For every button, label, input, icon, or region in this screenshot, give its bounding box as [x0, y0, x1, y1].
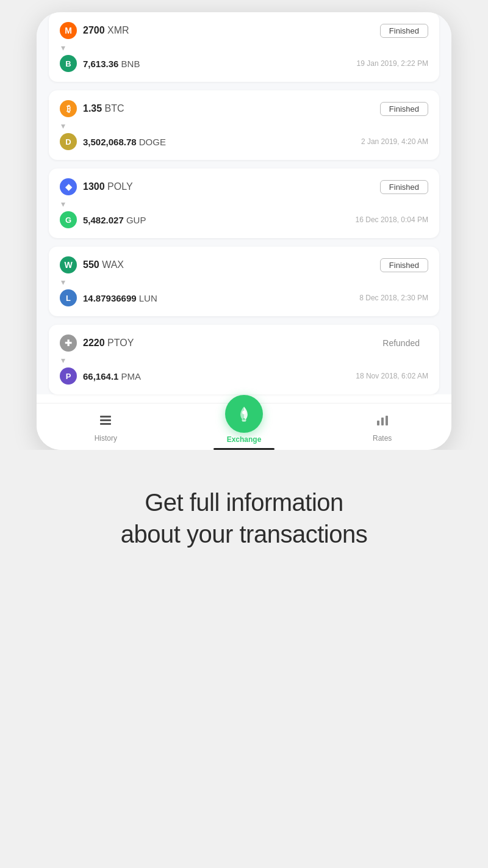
- to-coin-icon: B: [60, 55, 77, 72]
- tx-bottom-row: P 66,164.1 PMA 18 Nov 2018, 6:02 AM: [60, 367, 428, 385]
- from-coin-icon: ◆: [60, 178, 77, 195]
- tx-from: W 550 WAX: [60, 256, 124, 273]
- nav-rates[interactable]: Rates: [313, 413, 451, 443]
- tx-to: G 5,482.027 GUP: [60, 211, 146, 228]
- status-badge: Finished: [380, 180, 428, 194]
- tx-top-row: ₿ 1.35 BTC Finished: [60, 100, 428, 117]
- tx-from: ◆ 1300 POLY: [60, 178, 133, 195]
- svg-rect-6: [386, 416, 388, 425]
- tx-bottom-row: L 14.87936699 LUN 8 Dec 2018, 2:30 PM: [60, 289, 428, 306]
- tx-date: 18 Nov 2018, 6:02 AM: [356, 372, 428, 380]
- svg-rect-5: [381, 418, 384, 425]
- tx-date: 8 Dec 2018, 2:30 PM: [359, 294, 428, 302]
- tx-to: L 14.87936699 LUN: [60, 289, 157, 306]
- tx-date: 16 Dec 2018, 0:04 PM: [356, 215, 428, 224]
- svg-rect-2: [100, 423, 111, 425]
- status-badge: Finished: [380, 24, 428, 38]
- nav-exchange[interactable]: Exchange: [175, 412, 314, 444]
- nav-history[interactable]: History: [37, 413, 175, 443]
- tx-top-row: ✚ 2220 PTOY Refunded: [60, 335, 428, 352]
- from-amount: 550 WAX: [83, 259, 124, 270]
- tx-top-row: M 2700 XMR Finished: [60, 22, 428, 39]
- status-badge: Finished: [380, 102, 428, 116]
- rates-label: Rates: [373, 434, 392, 443]
- exchange-label: Exchange: [227, 435, 262, 444]
- svg-rect-1: [100, 419, 111, 421]
- promo-line1: Get full information: [145, 489, 343, 516]
- chevron-down-icon: ▾: [61, 121, 65, 131]
- tx-date: 19 Jan 2019, 2:22 PM: [357, 59, 428, 68]
- to-amount: 5,482.027 GUP: [83, 215, 146, 225]
- svg-rect-4: [377, 421, 379, 425]
- tx-top-row: W 550 WAX Finished: [60, 256, 428, 273]
- from-amount: 1300 POLY: [83, 181, 133, 192]
- promo-section: Get full information about your transact…: [0, 450, 488, 599]
- tx-to: B 7,613.36 BNB: [60, 55, 140, 72]
- tx-bottom-row: B 7,613.36 BNB 19 Jan 2019, 2:22 PM: [60, 55, 428, 72]
- chevron-down-icon: ▾: [61, 43, 65, 52]
- tx-bottom-row: G 5,482.027 GUP 16 Dec 2018, 0:04 PM: [60, 211, 428, 228]
- chevron-row: ▾: [60, 198, 428, 211]
- tx-to: P 66,164.1 PMA: [60, 367, 141, 385]
- to-amount: 66,164.1 PMA: [83, 371, 141, 382]
- chevron-row: ▾: [60, 42, 428, 55]
- transaction-card[interactable]: ✚ 2220 PTOY Refunded ▾ P 66,164.1 PMA 18…: [49, 325, 439, 394]
- from-amount: 2220 PTOY: [83, 338, 134, 349]
- chevron-row: ▾: [60, 354, 428, 367]
- rates-icon: [375, 413, 390, 432]
- chevron-row: ▾: [60, 276, 428, 289]
- promo-line2: about your transactions: [121, 521, 367, 548]
- promo-text: Get full information about your transact…: [121, 486, 367, 550]
- history-label: History: [95, 434, 117, 443]
- status-badge: Finished: [380, 258, 428, 272]
- tx-to: D 3,502,068.78 DOGE: [60, 133, 166, 150]
- tx-date: 2 Jan 2019, 4:20 AM: [361, 137, 428, 146]
- from-coin-icon: M: [60, 22, 77, 39]
- status-badge: Refunded: [374, 336, 428, 350]
- tx-bottom-row: D 3,502,068.78 DOGE 2 Jan 2019, 4:20 AM: [60, 133, 428, 150]
- bottom-nav: History Exchange: [37, 403, 451, 450]
- to-coin-icon: D: [60, 133, 77, 150]
- transaction-card[interactable]: M 2700 XMR Finished ▾ B 7,613.36 BNB 19 …: [49, 12, 439, 82]
- svg-point-3: [242, 411, 246, 414]
- phone-screen: M 2700 XMR Finished ▾ B 7,613.36 BNB 19 …: [37, 12, 451, 450]
- from-amount: 1.35 BTC: [83, 103, 124, 114]
- tx-from: ✚ 2220 PTOY: [60, 335, 134, 352]
- chevron-row: ▾: [60, 120, 428, 133]
- from-coin-icon: W: [60, 256, 77, 273]
- exchange-fab[interactable]: [225, 395, 263, 433]
- to-coin-icon: G: [60, 211, 77, 228]
- chevron-down-icon: ▾: [61, 277, 65, 287]
- tx-from: ₿ 1.35 BTC: [60, 100, 124, 117]
- to-coin-icon: P: [60, 367, 77, 385]
- chevron-down-icon: ▾: [61, 199, 65, 209]
- to-coin-icon: L: [60, 289, 77, 306]
- history-icon: [98, 413, 113, 432]
- to-amount: 3,502,068.78 DOGE: [83, 137, 166, 147]
- from-coin-icon: ✚: [60, 335, 77, 352]
- to-amount: 7,613.36 BNB: [83, 59, 140, 69]
- tx-from: M 2700 XMR: [60, 22, 129, 39]
- nav-underline: [214, 448, 274, 450]
- transactions-list: M 2700 XMR Finished ▾ B 7,613.36 BNB 19 …: [37, 12, 451, 394]
- phone-wrapper: M 2700 XMR Finished ▾ B 7,613.36 BNB 19 …: [37, 0, 451, 450]
- transaction-card[interactable]: ₿ 1.35 BTC Finished ▾ D 3,502,068.78 DOG…: [49, 90, 439, 160]
- transaction-card[interactable]: ◆ 1300 POLY Finished ▾ G 5,482.027 GUP 1…: [49, 168, 439, 238]
- transaction-card[interactable]: W 550 WAX Finished ▾ L 14.87936699 LUN 8…: [49, 247, 439, 316]
- to-amount: 14.87936699 LUN: [83, 293, 157, 303]
- from-coin-icon: ₿: [60, 100, 77, 117]
- tx-top-row: ◆ 1300 POLY Finished: [60, 178, 428, 195]
- svg-rect-0: [100, 416, 111, 418]
- chevron-down-icon: ▾: [61, 355, 65, 365]
- from-amount: 2700 XMR: [83, 25, 129, 36]
